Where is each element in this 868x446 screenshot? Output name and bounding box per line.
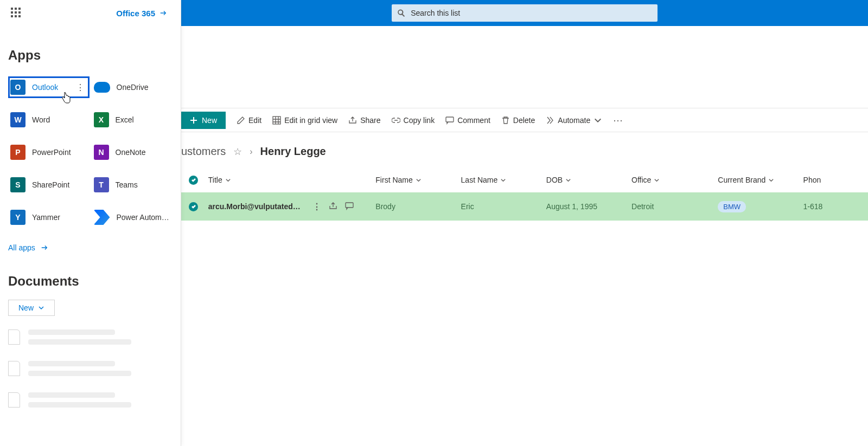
comment-icon — [445, 116, 454, 125]
more-horizontal-icon[interactable]: ⋯ — [613, 114, 623, 126]
powerautomate-icon — [94, 210, 110, 225]
arrow-right-icon — [159, 9, 167, 17]
app-tile-outlook[interactable]: O Outlook ⋮ — [8, 76, 90, 98]
brand-pill: BMW — [718, 201, 746, 212]
breadcrumb: ustomers ☆ › Henry Legge — [181, 132, 868, 169]
column-first-name[interactable]: First Name — [375, 176, 461, 184]
document-placeholder — [8, 329, 173, 345]
edit-grid-button[interactable]: Edit in grid view — [272, 116, 337, 125]
app-tile-powerpoint[interactable]: P PowerPoint — [8, 141, 90, 163]
search-icon — [397, 9, 405, 17]
app-label: Teams — [116, 180, 138, 189]
yammer-icon: Y — [10, 210, 25, 225]
column-last-name[interactable]: Last Name — [461, 176, 546, 184]
office-365-link[interactable]: Office 365 — [116, 9, 167, 18]
outlook-icon: O — [10, 80, 25, 95]
flow-icon — [546, 116, 554, 125]
comment-button[interactable]: Comment — [445, 116, 490, 125]
arrow-right-icon — [41, 244, 48, 251]
share-icon[interactable] — [329, 202, 337, 210]
column-headers: Title First Name Last Name DOB Office Cu… — [181, 169, 868, 191]
app-label: OneNote — [116, 148, 146, 157]
automate-button[interactable]: Automate — [546, 116, 602, 125]
cell-office: Detroit — [631, 202, 718, 211]
row-select[interactable] — [181, 202, 206, 211]
main-content: New Edit Edit in grid view Share Copy li… — [181, 26, 868, 446]
copy-link-button[interactable]: Copy link — [392, 116, 435, 125]
cell-last-name: Eric — [461, 202, 546, 211]
excel-icon: X — [94, 112, 109, 127]
app-label: PowerPoint — [32, 148, 71, 157]
pencil-icon — [237, 116, 245, 125]
column-brand[interactable]: Current Brand — [718, 176, 803, 184]
column-dob[interactable]: DOB — [546, 176, 631, 184]
waffle-icon[interactable] — [11, 8, 22, 18]
powerpoint-icon: P — [10, 145, 25, 160]
svg-rect-1 — [446, 117, 454, 122]
onenote-icon: N — [94, 145, 109, 160]
grid-icon — [272, 116, 281, 125]
column-office[interactable]: Office — [631, 176, 718, 184]
documents-heading: Documents — [8, 274, 173, 289]
chevron-down-icon — [654, 177, 660, 183]
svg-rect-0 — [273, 117, 280, 124]
app-tile-sharepoint[interactable]: S SharePoint — [8, 174, 90, 196]
app-tile-powerautomate[interactable]: Power Autom… — [92, 206, 173, 228]
share-button[interactable]: Share — [348, 116, 380, 125]
app-tile-teams[interactable]: T Teams — [92, 174, 173, 196]
new-document-button[interactable]: New — [8, 300, 55, 316]
app-launcher-panel: Office 365 Apps O Outlook ⋮ OneDrive W W… — [0, 0, 181, 446]
delete-button[interactable]: Delete — [501, 116, 535, 125]
cell-dob: August 1, 1995 — [546, 202, 631, 211]
teams-icon: T — [94, 177, 109, 192]
file-icon — [8, 392, 20, 408]
file-icon — [8, 329, 20, 345]
search-box[interactable] — [392, 4, 658, 22]
breadcrumb-separator: › — [250, 147, 252, 157]
column-title[interactable]: Title — [206, 176, 376, 184]
chevron-down-icon — [225, 177, 231, 183]
chevron-down-icon — [593, 116, 602, 125]
edit-button[interactable]: Edit — [237, 116, 261, 125]
app-tile-word[interactable]: W Word — [8, 109, 90, 131]
star-icon[interactable]: ☆ — [233, 146, 242, 158]
app-label: Excel — [116, 115, 134, 124]
chevron-down-icon — [565, 177, 571, 183]
app-tile-excel[interactable]: X Excel — [92, 109, 173, 131]
app-tile-yammer[interactable]: Y Yammer — [8, 206, 90, 228]
document-placeholder — [8, 361, 173, 376]
table-row[interactable]: arcu.Morbi@vulputatedu… ⋮ Brody Eric Aug… — [181, 192, 868, 221]
breadcrumb-parent[interactable]: ustomers — [181, 145, 226, 158]
share-icon — [348, 116, 357, 125]
trash-icon — [501, 116, 510, 125]
app-label: OneDrive — [117, 83, 149, 92]
onedrive-icon — [94, 82, 110, 93]
svg-rect-2 — [346, 203, 353, 208]
more-vertical-icon[interactable]: ⋮ — [76, 82, 85, 93]
row-title-text[interactable]: arcu.Morbi@vulputatedu… — [208, 202, 301, 211]
document-placeholder — [8, 392, 173, 408]
plus-icon — [190, 117, 197, 124]
search-input[interactable] — [411, 9, 652, 17]
new-button[interactable]: New — [181, 112, 226, 129]
all-apps-link[interactable]: All apps — [8, 243, 173, 252]
new-label: New — [202, 116, 217, 125]
more-vertical-icon[interactable]: ⋮ — [312, 202, 321, 212]
app-tile-onenote[interactable]: N OneNote — [92, 141, 173, 163]
top-banner — [181, 0, 868, 26]
app-label: SharePoint — [32, 180, 69, 189]
app-label: Yammer — [32, 213, 60, 222]
command-bar: New Edit Edit in grid view Share Copy li… — [181, 108, 868, 132]
app-label: Word — [32, 115, 50, 124]
column-phone[interactable]: Phon — [803, 176, 868, 184]
cell-phone: 1-618 — [803, 202, 868, 211]
chevron-down-icon — [768, 177, 774, 183]
check-circle-icon — [189, 176, 198, 185]
cell-brand: BMW — [718, 201, 803, 212]
apps-heading: Apps — [8, 48, 173, 63]
app-label: Power Autom… — [117, 213, 169, 222]
select-all-column[interactable] — [181, 176, 206, 185]
comment-icon[interactable] — [345, 202, 354, 210]
app-tile-onedrive[interactable]: OneDrive — [92, 76, 173, 98]
office-365-label: Office 365 — [116, 9, 155, 18]
